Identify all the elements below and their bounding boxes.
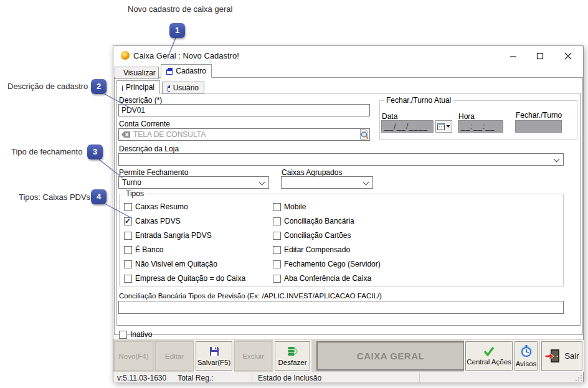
titlebar[interactable]: Caixa Geral : Novo Cadastro! bbox=[113, 46, 583, 65]
minimize-icon bbox=[510, 52, 517, 60]
conciliacao-input[interactable] bbox=[118, 301, 564, 314]
date-picker-button[interactable] bbox=[435, 120, 452, 133]
clear-field-icon[interactable] bbox=[121, 131, 131, 138]
editar-button[interactable]: Editar bbox=[155, 341, 194, 371]
checkbox-box[interactable] bbox=[124, 203, 132, 211]
hora-input[interactable]: __:__:__ bbox=[458, 120, 503, 133]
checkbox-box[interactable] bbox=[273, 217, 281, 225]
chevron-down-icon bbox=[363, 179, 369, 186]
permite-fechamento-label: Permite Fechamento bbox=[119, 168, 188, 177]
subtab-principal[interactable]: Principal bbox=[116, 80, 160, 94]
statusbar-state-section: Estado de Inclusão bbox=[252, 373, 420, 382]
checkbox-label: Empresa de Quitação = do Caixa bbox=[135, 274, 245, 283]
checkbox-box[interactable] bbox=[124, 275, 132, 283]
checkbox-nao-visivel-quitacao[interactable]: Não Visível em Quitação bbox=[124, 259, 217, 269]
fechar-turno-input[interactable] bbox=[515, 120, 562, 133]
descricao-input[interactable] bbox=[118, 104, 370, 116]
checkbox-box[interactable] bbox=[119, 331, 127, 339]
statusbar: v:5.11.03-1630 Total Reg.: Estado de Inc… bbox=[113, 372, 583, 382]
tab-visualizar-label: Visualizar bbox=[123, 69, 156, 77]
checkbox-fechamento-cego[interactable]: Fechamento Cego (Servidor) bbox=[273, 259, 381, 269]
central-acoes-button[interactable]: Central Ações bbox=[465, 341, 513, 371]
checkbox-caixas-resumo[interactable]: Caixas Resumo bbox=[124, 202, 188, 212]
annotation-tipo-fechamento: Tipo de fechamento bbox=[11, 147, 82, 156]
desfazer-button-label: Desfazer bbox=[278, 359, 306, 366]
caixas-agrupados-label: Caixas Agrupados bbox=[282, 168, 342, 177]
conta-corrente-label: Conta Corrente bbox=[119, 120, 170, 128]
annotation-descricao: Descrição de cadastro bbox=[7, 82, 88, 91]
checkbox-aba-conferencia[interactable]: Aba Conferência de Caixa bbox=[273, 273, 371, 283]
checkbox-box[interactable] bbox=[273, 203, 281, 211]
subtab-principal-label: Principal bbox=[126, 83, 154, 92]
total-reg-text: Total Reg.: bbox=[178, 374, 213, 382]
checkbox-label: É Banco bbox=[135, 245, 163, 254]
conta-corrente-input[interactable] bbox=[118, 128, 370, 141]
statusbar-empty-section bbox=[420, 373, 583, 382]
novo-button[interactable]: Novo(F4) bbox=[114, 341, 153, 371]
dropdown-arrow-icon bbox=[446, 125, 450, 128]
window-tab-icon bbox=[168, 85, 170, 92]
maximize-icon bbox=[536, 52, 544, 60]
checkbox-empresa-quitacao[interactable]: Empresa de Quitação = do Caixa bbox=[124, 273, 245, 283]
fechar-turno-label: Fechar./Turno bbox=[516, 111, 562, 120]
checkbox-box[interactable] bbox=[124, 260, 132, 268]
maximize-button[interactable] bbox=[530, 49, 550, 64]
statusbar-version-section: v:5.11.03-1630 Total Reg.: bbox=[113, 373, 252, 382]
checkbox-caixas-pdvs[interactable]: Caixas PDVS bbox=[124, 216, 181, 226]
window-tab-icon bbox=[166, 68, 173, 75]
avisos-button[interactable]: Avisos bbox=[514, 341, 538, 371]
checkbox-label: Fechamento Cego (Servidor) bbox=[284, 260, 381, 268]
annotation-badge-1: 1 bbox=[169, 23, 185, 38]
checkbox-box[interactable] bbox=[124, 232, 132, 240]
salvar-button-label: Salvar(F5) bbox=[197, 359, 231, 366]
checkbox-box[interactable] bbox=[273, 275, 281, 283]
exit-door-icon bbox=[544, 349, 561, 364]
checkbox-conciliacao-bancaria[interactable]: Conciliação Bancária bbox=[273, 216, 354, 226]
checkbox-conciliacao-cartoes[interactable]: Conciliação Cartões bbox=[273, 230, 351, 240]
close-button[interactable] bbox=[558, 49, 578, 64]
checkbox-editar-compensado[interactable]: Editar Compensado bbox=[273, 245, 350, 255]
desfazer-button[interactable]: Desfazer bbox=[275, 341, 310, 371]
checkbox-mobile[interactable]: Mobile bbox=[273, 202, 306, 212]
checkbox-label: Aba Conferência de Caixa bbox=[284, 274, 371, 283]
avisos-label: Avisos bbox=[516, 360, 537, 367]
tab-cadastro[interactable]: Cadastro bbox=[161, 64, 212, 78]
checkbox-e-banco[interactable]: É Banco bbox=[124, 245, 163, 255]
excluir-button[interactable]: Excluir bbox=[234, 341, 272, 371]
checkbox-label: Mobile bbox=[284, 202, 306, 211]
salvar-button[interactable]: Salvar(F5) bbox=[196, 341, 232, 371]
data-label: Data bbox=[382, 112, 397, 121]
undo-database-icon bbox=[287, 346, 298, 357]
descricao-label: Descrição (*) bbox=[119, 96, 162, 105]
checkbox-label: Conciliação Cartões bbox=[284, 231, 351, 240]
checkbox-label: Inativo bbox=[130, 330, 152, 339]
checkbox-box[interactable] bbox=[273, 246, 281, 254]
checkbox-entrada-sangria-pdvs[interactable]: Entrada Sangria PDVS bbox=[124, 230, 212, 240]
window-tab-icon bbox=[122, 84, 123, 91]
minimize-button[interactable] bbox=[503, 49, 523, 64]
app-sun-icon bbox=[120, 50, 130, 60]
checkbox-box[interactable] bbox=[273, 232, 281, 240]
descricao-loja-combo[interactable] bbox=[118, 153, 564, 166]
checkbox-inativo[interactable]: Inativo bbox=[119, 329, 152, 339]
check-icon bbox=[483, 346, 495, 356]
checkbox-box[interactable] bbox=[124, 217, 132, 225]
page: Novo cadastro de caixa geral 1 Descrição… bbox=[0, 0, 588, 388]
checkbox-label: Entrada Sangria PDVS bbox=[135, 231, 212, 240]
resize-grip[interactable] bbox=[576, 375, 582, 381]
permite-fechamento-combo[interactable]: Turno bbox=[118, 176, 269, 189]
tab-visualizar[interactable]: Visualizar bbox=[115, 67, 159, 79]
annotation-novo-cadastro: Novo cadastro de caixa geral bbox=[128, 4, 232, 14]
checkbox-label: Editar Compensado bbox=[284, 245, 350, 254]
caixa-geral-window: Caixa Geral : Novo Cadastro! Visualizar … bbox=[113, 45, 584, 382]
sair-button[interactable]: Sair bbox=[541, 341, 582, 371]
subtab-usuario[interactable]: Usuário bbox=[162, 82, 204, 94]
novo-button-label: Novo(F4) bbox=[119, 353, 149, 360]
checkbox-label: Conciliação Bancária bbox=[284, 217, 354, 225]
data-input[interactable]: __/__/____ bbox=[381, 120, 434, 133]
checkbox-box[interactable] bbox=[273, 260, 281, 268]
search-lookup-icon[interactable] bbox=[359, 129, 369, 140]
checkbox-box[interactable] bbox=[124, 246, 132, 254]
chevron-down-icon bbox=[259, 179, 265, 186]
caixas-agrupados-combo[interactable] bbox=[281, 176, 373, 189]
